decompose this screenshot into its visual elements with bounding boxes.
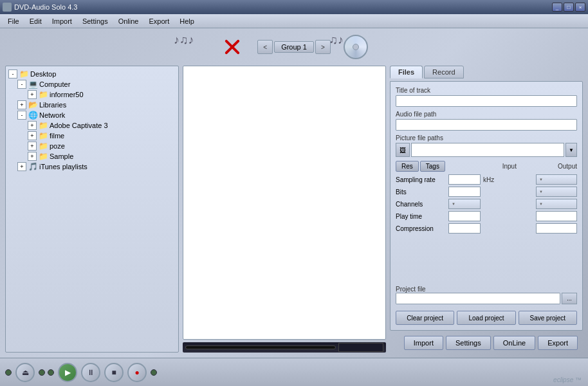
folder-icon-informer50: 📁 — [38, 90, 48, 99]
app-title: DVD-Audio Solo 4.3 — [14, 3, 77, 11]
record-button[interactable]: ● — [127, 363, 147, 382]
channels-input-select[interactable] — [448, 199, 481, 209]
bits-input[interactable] — [448, 187, 481, 197]
settings-btn[interactable]: Settings — [446, 336, 491, 350]
tree-label-libraries: Libraries — [39, 101, 66, 109]
stop-button[interactable]: ■ — [104, 363, 124, 382]
menu-file[interactable]: File — [3, 16, 24, 26]
menu-import[interactable]: Import — [47, 16, 77, 26]
online-btn[interactable]: OnLine — [493, 336, 535, 350]
title-bar: DVD-Audio Solo 4.3 _ □ × — [0, 0, 588, 14]
compression-output[interactable] — [536, 223, 577, 234]
app-icon — [3, 3, 12, 12]
compression-input[interactable] — [448, 223, 481, 234]
clear-project-btn[interactable]: Clear project — [396, 311, 454, 325]
tree-item-poze[interactable]: + 📁 poze — [7, 141, 177, 151]
menu-online[interactable]: Online — [113, 16, 144, 26]
tree-item-filme[interactable]: + 📁 filme — [7, 131, 177, 141]
led-left — [5, 369, 12, 376]
expand-libraries[interactable]: + — [17, 100, 26, 109]
audio-path-input[interactable] — [396, 119, 577, 131]
tree-item-libraries[interactable]: + 📂 Libraries — [7, 100, 177, 110]
action-buttons-row: Clear project Load project Save project — [396, 311, 577, 325]
bits-label: Bits — [396, 188, 446, 196]
expand-network[interactable]: - — [17, 111, 26, 120]
load-project-btn[interactable]: Load project — [457, 311, 515, 325]
channels-label: Channels — [396, 201, 446, 208]
expand-poze[interactable]: + — [28, 142, 37, 151]
play-time-output[interactable] — [536, 211, 577, 221]
menu-help[interactable]: Help — [174, 16, 199, 26]
time-display[interactable] — [338, 343, 383, 352]
sampling-rate-output-select[interactable] — [536, 174, 577, 185]
minimize-button[interactable]: _ — [552, 3, 562, 12]
nav-next-button[interactable]: > — [315, 40, 331, 54]
tree-item-sample[interactable]: + 📁 Sample — [7, 151, 177, 161]
expand-computer[interactable]: - — [17, 80, 26, 89]
menu-bar: File Edit Import Settings Online Export … — [0, 14, 588, 28]
transport-bar: ⏏ ▶ ⏸ ■ ● eclipse ™ — [0, 358, 588, 386]
eject-button[interactable]: ⏏ — [15, 363, 35, 382]
expand-sample[interactable]: + — [28, 152, 37, 161]
project-browse-btn[interactable]: ... — [562, 293, 577, 304]
tree-item-desktop[interactable]: - 📁 Desktop — [7, 69, 177, 79]
bits-row: Bits — [396, 187, 577, 197]
sub-tab-tags[interactable]: Tags — [420, 161, 445, 172]
play-time-input[interactable] — [448, 211, 481, 221]
menu-settings[interactable]: Settings — [77, 16, 113, 26]
sampling-rate-input[interactable] — [448, 174, 481, 185]
clear-button[interactable] — [220, 35, 244, 59]
panel-tabs: Files Record — [390, 66, 583, 78]
expand-desktop[interactable]: - — [8, 69, 17, 78]
title-bar-controls: _ □ × — [552, 3, 585, 12]
file-tree-panel: - 📁 Desktop - 💻 Computer + 📁 informer50 … — [5, 66, 179, 353]
export-btn[interactable]: Export — [538, 336, 578, 350]
expand-filme[interactable]: + — [28, 131, 37, 140]
bits-output-select[interactable] — [536, 187, 577, 197]
network-icon: 🌐 — [28, 111, 38, 120]
folder-icon-filme: 📁 — [38, 131, 48, 140]
transport-section-left: ⏏ — [5, 363, 45, 382]
close-button[interactable]: × — [575, 3, 585, 12]
import-btn[interactable]: Import — [404, 336, 443, 350]
sampling-rate-label: Sampling rate — [396, 176, 446, 183]
save-project-btn[interactable]: Save project — [519, 311, 577, 325]
tab-files[interactable]: Files — [390, 66, 423, 78]
main-container: ♪♫♪ < Group 1 > ♫♪ - 📁 Desktop - 💻 Compu… — [0, 28, 588, 386]
tree-item-computer[interactable]: - 💻 Computer — [7, 79, 177, 89]
folder-icon-adobe: 📁 — [38, 121, 48, 130]
tree-label-sample: Sample — [50, 152, 73, 160]
tree-item-informer50[interactable]: + 📁 informer50 — [7, 89, 177, 100]
pause-button[interactable]: ⏸ — [81, 363, 100, 382]
maximize-button[interactable]: □ — [564, 3, 574, 12]
eclipse-logo: eclipse ™ — [553, 376, 582, 383]
menu-export[interactable]: Export — [143, 16, 174, 26]
picture-file-row: 🖼 ▼ — [396, 143, 577, 157]
sub-tab-res[interactable]: Res — [396, 161, 419, 172]
picture-label: Picture file paths — [396, 134, 577, 142]
picture-dropdown-btn[interactable]: ▼ — [565, 143, 577, 157]
title-input[interactable] — [396, 95, 577, 107]
picture-icon-btn[interactable]: 🖼 — [396, 143, 410, 157]
tree-label-informer50: informer50 — [50, 91, 84, 98]
picture-path-input[interactable] — [411, 143, 564, 157]
progress-track[interactable] — [185, 345, 336, 349]
music-notes-right: ♫♪ — [329, 33, 344, 47]
tab-record[interactable]: Record — [424, 66, 463, 78]
expand-itunes[interactable]: + — [17, 162, 26, 171]
play-time-row: Play time — [396, 211, 577, 221]
tree-item-adobe[interactable]: + 📁 Adobe Captivate 3 — [7, 120, 177, 131]
expand-informer50[interactable]: + — [28, 90, 37, 99]
tree-label-computer: Computer — [39, 80, 70, 88]
tree-item-itunes[interactable]: + 🎵 iTunes playlists — [7, 161, 177, 172]
compression-row: Compression — [396, 223, 577, 234]
group-nav: < Group 1 > — [257, 40, 331, 54]
menu-edit[interactable]: Edit — [24, 16, 47, 26]
project-path-input[interactable] — [396, 293, 560, 304]
channels-output-select[interactable] — [536, 199, 577, 209]
tree-item-network[interactable]: - 🌐 Network — [7, 110, 177, 120]
nav-prev-button[interactable]: < — [257, 40, 273, 54]
input-header: Input — [502, 163, 517, 170]
expand-adobe[interactable]: + — [28, 121, 37, 130]
play-button[interactable]: ▶ — [58, 363, 77, 382]
